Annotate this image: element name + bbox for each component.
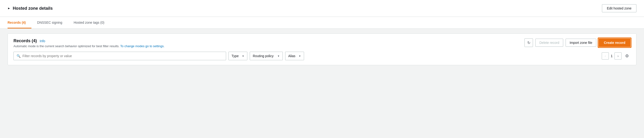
action-buttons: ↻ Delete record Import zone file Create … [524, 38, 630, 47]
tab-records[interactable]: Records (4) [8, 17, 32, 28]
records-panel-title: Records (4) Info [14, 38, 164, 43]
tabs-bar: Records (4) DNSSEC signing Hosted zone t… [0, 17, 644, 29]
pagination-next-button[interactable]: › [614, 52, 622, 59]
tab-dnssec[interactable]: DNSSEC signing [32, 17, 68, 28]
main-content: Records (4) Info Automatic mode is the c… [0, 29, 644, 70]
type-filter-dropdown[interactable]: Type ▼ [228, 52, 247, 60]
expand-icon: ► [8, 7, 10, 10]
routing-filter-chevron: ▼ [277, 55, 280, 57]
refresh-icon: ↻ [527, 41, 530, 45]
alias-filter-dropdown[interactable]: Alias ▼ [285, 52, 304, 60]
hosted-zone-header: ► Hosted zone details Edit hosted zone [0, 0, 644, 17]
records-panel-heading: Records (4) [14, 38, 37, 43]
hosted-zone-title-text: Hosted zone details [13, 6, 53, 11]
delete-record-button[interactable]: Delete record [535, 39, 563, 47]
type-filter-chevron: ▼ [242, 55, 244, 57]
pagination-controls: ‹ 1 › ⚙ [602, 52, 630, 59]
alias-filter-chevron: ▼ [298, 55, 301, 57]
tab-hosted-zone-tags[interactable]: Hosted zone tags (0) [68, 17, 110, 28]
info-link[interactable]: Info [40, 39, 45, 43]
type-filter-label: Type [232, 54, 238, 58]
refresh-button[interactable]: ↻ [524, 38, 533, 47]
records-panel-subtitle: Automatic mode is the current search beh… [14, 44, 164, 48]
hosted-zone-title: ► Hosted zone details [8, 6, 53, 11]
routing-filter-label: Routing policy [253, 54, 274, 58]
routing-policy-filter-dropdown[interactable]: Routing policy ▼ [250, 52, 283, 60]
settings-icon: ⚙ [625, 53, 629, 58]
prev-icon: ‹ [605, 54, 606, 58]
pagination-current-page: 1 [611, 54, 612, 58]
import-zone-button[interactable]: Import zone file [566, 39, 596, 47]
alias-filter-label: Alias [288, 54, 295, 58]
create-record-button[interactable]: Create record [599, 38, 630, 47]
records-panel-header: Records (4) Info Automatic mode is the c… [14, 38, 630, 48]
records-panel-title-area: Records (4) Info Automatic mode is the c… [14, 38, 164, 48]
change-modes-link[interactable]: To change modes go to settings. [120, 44, 164, 48]
records-panel: Records (4) Info Automatic mode is the c… [8, 33, 636, 65]
subtitle-text: Automatic mode is the current search beh… [14, 44, 120, 48]
search-input[interactable] [22, 54, 223, 58]
pagination-prev-button[interactable]: ‹ [602, 52, 609, 59]
next-icon: › [618, 54, 619, 58]
filter-bar: 🔍 Type ▼ Routing policy ▼ Alias ▼ ‹ 1 [14, 52, 630, 60]
table-settings-button[interactable]: ⚙ [624, 52, 630, 59]
edit-hosted-zone-button[interactable]: Edit hosted zone [602, 4, 636, 12]
search-icon: 🔍 [16, 54, 20, 58]
search-box: 🔍 [14, 52, 226, 60]
create-record-button-wrapper: Create record [599, 38, 630, 47]
